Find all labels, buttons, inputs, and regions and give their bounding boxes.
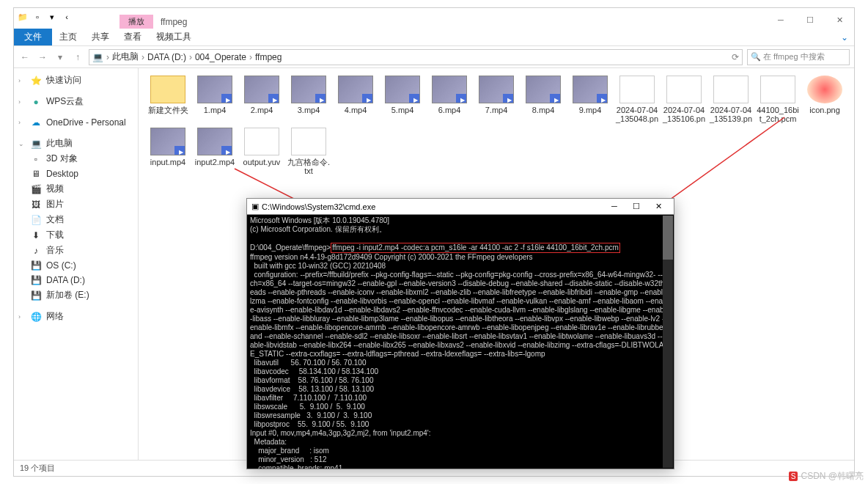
cmd-window[interactable]: ▣ C:\Windows\System32\cmd.exe ─ ☐ ✕ Micr… [246,198,674,469]
qat-folder-icon[interactable]: 📁 [17,11,29,23]
qat-pin-icon[interactable]: ▾ [46,11,58,23]
menu-view[interactable]: 查看 [117,29,149,45]
file-item[interactable]: 2024-07-04_135048.png [615,76,659,125]
sidebar-wps[interactable]: ›●WPS云盘 [14,94,138,109]
breadcrumb[interactable]: 💻 › 此电脑› DATA (D:)› 004_Operate› ffmpeg … [89,49,743,65]
file-name: 2024-07-04_135048.png [615,106,659,125]
sidebar: ›⭐快速访问 ›●WPS云盘 ›☁OneDrive - Personal ⌄💻此… [14,68,139,460]
minimize-button[interactable]: ─ [766,11,795,29]
file-name: 2024-07-04_135106.png [662,106,706,125]
file-item[interactable]: 2024-07-04_135106.png [662,76,706,125]
file-name: 新建文件夹 [148,106,188,114]
file-thumb-video [197,76,232,103]
file-thumb-icon [807,76,842,103]
network-icon: 🌐 [30,311,42,323]
drive-icon: 📄 [30,214,42,226]
file-name: 8.mp4 [532,106,555,114]
file-item[interactable]: 5.mp4 [380,76,424,125]
cmd-scrollbar[interactable] [663,216,673,468]
menu-home[interactable]: 主页 [52,29,84,45]
sidebar-item[interactable]: 💾新加卷 (E:) [14,287,138,303]
file-name: 4.mp4 [345,106,367,114]
file-thumb-video [291,76,326,103]
file-item[interactable]: 2.mp4 [240,76,284,125]
file-name: 6.mp4 [438,106,461,114]
file-thumb-video [244,76,279,103]
cmd-titlebar[interactable]: ▣ C:\Windows\System32\cmd.exe ─ ☐ ✕ [247,199,674,215]
breadcrumb-part[interactable]: 004_Operate [195,52,246,62]
cmd-min-button[interactable]: ─ [603,202,625,211]
file-item[interactable]: 8.mp4 [521,76,565,125]
file-name: 九宫格命令.txt [287,158,331,175]
close-button[interactable]: ✕ [825,11,854,29]
file-thumb-png [666,76,702,103]
drive-icon: 🎬 [30,183,42,195]
menu-share[interactable]: 共享 [84,29,117,45]
breadcrumb-part[interactable]: 此电脑 [112,51,139,63]
menu-video-tools[interactable]: 视频工具 [149,29,199,45]
sidebar-item[interactable]: ♪音乐 [14,243,138,258]
file-item[interactable]: 1.mp4 [193,76,237,125]
sidebar-item[interactable]: 🎬视频 [14,181,138,197]
file-thumb-video [150,128,185,155]
sidebar-item[interactable]: 🖥Desktop [14,166,138,181]
nav-up-icon[interactable]: ↑ [71,52,84,62]
sidebar-quick-access[interactable]: ›⭐快速访问 [14,73,138,88]
maximize-button[interactable]: ☐ [795,11,825,29]
breadcrumb-part[interactable]: ffmpeg [255,52,282,62]
cmd-max-button[interactable]: ☐ [625,202,647,211]
file-thumb-png [713,76,749,103]
file-item[interactable]: 7.mp4 [474,76,518,125]
drive-icon: ▫ [30,153,42,165]
sidebar-item[interactable]: 💾OS (C:) [14,258,138,273]
sidebar-item[interactable]: ⬇下载 [14,227,138,243]
file-thumb-video [338,76,373,103]
ribbon-toggle-icon[interactable]: ⌄ [841,32,854,43]
cmd-icon: ▣ [251,202,259,211]
sidebar-thispc[interactable]: ⌄💻此电脑 [14,136,138,151]
file-item[interactable]: 6.mp4 [427,76,471,125]
file-item[interactable]: 9.mp4 [568,76,612,125]
file-thumb-folder [150,76,185,103]
file-item[interactable]: 2024-07-04_135139.png [709,76,753,125]
search-input[interactable]: 🔍 在 ffmpeg 中搜索 [747,49,850,65]
cmd-scroll-thumb[interactable] [663,216,673,260]
sidebar-onedrive[interactable]: ›☁OneDrive - Personal [14,115,138,130]
file-thumb-video [526,76,561,103]
file-item[interactable]: 新建文件夹 [146,76,190,125]
nav-back-icon[interactable]: ← [18,52,32,62]
drive-icon: 🖥 [30,168,42,180]
file-item[interactable]: 九宫格命令.txt [287,128,331,175]
menu-file[interactable]: 文件 [14,29,52,45]
sidebar-network[interactable]: ›🌐网络 [14,309,138,324]
qat-more-icon[interactable]: ‹ [61,11,73,23]
file-thumb-yuv [760,76,795,103]
cmd-close-button[interactable]: ✕ [647,202,669,211]
sidebar-item[interactable]: 🖼图片 [14,197,138,212]
cloud-icon: ☁ [30,117,42,128]
nav-history-icon[interactable]: ▾ [54,52,67,62]
watermark: S CSDN @韩曙亮 [789,470,864,483]
file-item[interactable]: 3.mp4 [287,76,331,125]
file-thumb-png [619,76,655,103]
file-item[interactable]: input2.mp4 [193,128,237,175]
file-thumb-txt [291,128,326,155]
file-thumb-video [197,128,232,155]
file-item[interactable]: input.mp4 [146,128,190,175]
ribbon-context-tab[interactable]: 播放 [119,15,153,29]
qat-props-icon[interactable]: ▫ [32,11,43,23]
breadcrumb-refresh-icon[interactable]: ⟳ [732,52,739,62]
breadcrumb-part[interactable]: DATA (D:) [147,52,186,62]
pc-icon: 💻 [30,138,42,150]
sidebar-item[interactable]: ▫3D 对象 [14,151,138,166]
file-name: 1.mp4 [204,106,227,114]
cmd-output[interactable]: Microsoft Windows [版本 10.0.19045.4780] (… [247,215,674,469]
nav-forward-icon[interactable]: → [36,52,49,62]
sidebar-item[interactable]: 💾DATA (D:) [14,273,138,287]
file-item[interactable]: 4.mp4 [334,76,378,125]
file-item[interactable]: icon.png [803,76,847,125]
file-item[interactable]: output.yuv [240,128,284,175]
star-icon: ⭐ [30,75,42,87]
file-item[interactable]: 44100_16bit_2ch.pcm [756,76,800,125]
sidebar-item[interactable]: 📄文档 [14,212,138,227]
